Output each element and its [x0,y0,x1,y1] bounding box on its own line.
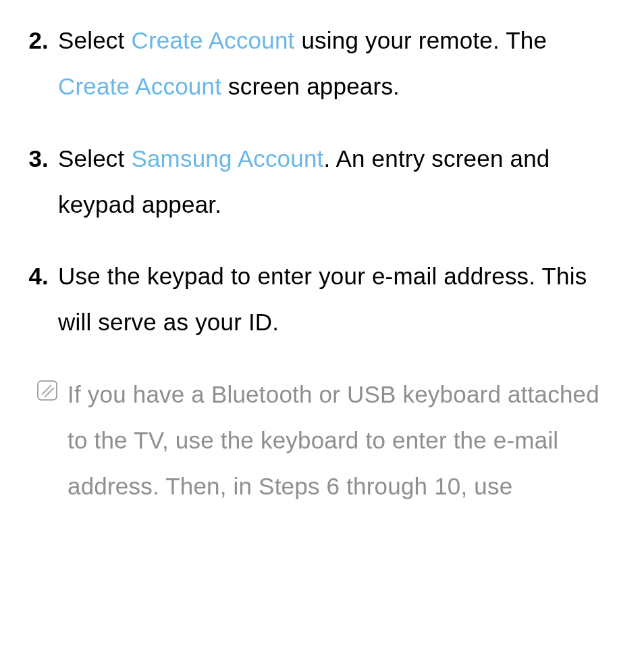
highlight-term: Create Account [58,73,221,99]
note-text: If you have a Bluetooth or USB keyboard … [68,372,617,510]
step-number: 3. [27,136,58,228]
note-block: If you have a Bluetooth or USB keyboard … [27,372,617,510]
step-3: 3.Select Samsung Account. An entry scree… [27,136,617,228]
step-text: Select [58,27,131,53]
step-text: using your remote. The [295,27,547,53]
step-content: Select Create Account using your remote.… [58,18,617,110]
step-2: 2.Select Create Account using your remot… [27,18,617,110]
step-text: Select [58,145,131,172]
highlight-term: Create Account [131,27,294,53]
svg-line-2 [45,388,54,397]
svg-line-1 [42,385,51,395]
svg-rect-0 [38,381,57,400]
note-icon [27,372,68,510]
step-text: Use the keypad to enter your e-mail addr… [58,263,587,335]
step-4: 4.Use the keypad to enter your e-mail ad… [27,253,617,346]
step-number: 4. [27,253,58,346]
step-text: screen appears. [221,73,400,99]
step-content: Use the keypad to enter your e-mail addr… [58,253,617,346]
highlight-term: Samsung Account [131,145,323,172]
step-content: Select Samsung Account. An entry screen … [58,136,617,228]
step-number: 2. [27,18,58,110]
